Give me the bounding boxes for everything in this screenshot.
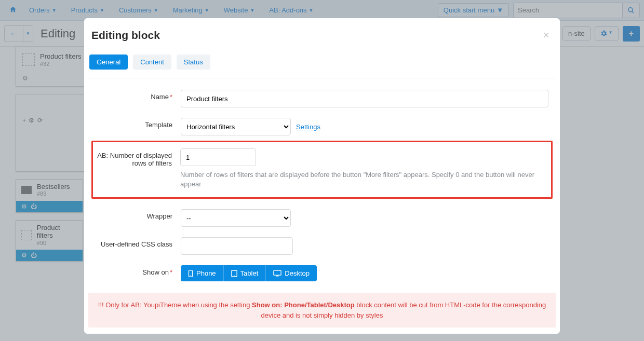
rows-input[interactable] (180, 148, 256, 166)
wrapper-select[interactable]: -- (181, 209, 291, 227)
highlighted-setting: AB: Number of displayed rows of filters … (91, 141, 553, 199)
showon-label: Show on (142, 268, 169, 276)
css-input[interactable] (181, 237, 293, 255)
modal-title: Editing block (91, 29, 160, 42)
modal-tabs: General Content Status (84, 49, 560, 78)
row-wrapper: Wrapper -- (89, 204, 555, 232)
editing-block-modal: Editing block × General Content Status N… (84, 18, 560, 334)
show-desktop-label: Desktop (285, 269, 310, 277)
template-settings-link[interactable]: Settings (296, 123, 320, 131)
tablet-icon (231, 270, 237, 277)
template-select[interactable]: Horizontal filters (181, 118, 291, 135)
tab-general[interactable]: General (89, 54, 128, 70)
show-on-buttons: Phone Tablet Desktop (181, 265, 552, 281)
show-tablet-button[interactable]: Tablet (223, 265, 266, 281)
show-phone-label: Phone (196, 269, 216, 277)
rows-label: AB: Number of displayed rows of filters (97, 152, 172, 167)
template-label: Template (145, 121, 172, 129)
wrapper-label: Wrapper (146, 212, 172, 220)
svg-rect-6 (274, 271, 281, 276)
notice-box: !!! Only for AB: YoupiTheme when using t… (88, 293, 556, 328)
modal-form: Name* Template Horizontal filters Settin… (84, 85, 560, 287)
phone-icon (188, 270, 193, 277)
row-show-on: Show on* Phone Tablet Desktop (89, 260, 555, 287)
row-css-class: User-defined CSS class (89, 232, 555, 260)
show-phone-button[interactable]: Phone (181, 265, 223, 281)
rows-help-text: Number of rows of filters that are displ… (180, 170, 544, 189)
css-label: User-defined CSS class (101, 240, 172, 248)
desktop-icon (273, 270, 281, 277)
tab-status[interactable]: Status (177, 54, 210, 70)
show-tablet-label: Tablet (240, 269, 259, 277)
required-marker: * (170, 93, 172, 101)
notice-pre: !!! Only for AB: YoupiTheme when using t… (98, 301, 252, 309)
row-name: Name* (89, 85, 555, 113)
name-input[interactable] (181, 90, 548, 107)
close-icon[interactable]: × (543, 29, 549, 42)
name-label: Name (151, 93, 169, 101)
tab-content[interactable]: Content (133, 54, 171, 70)
notice-bold: Show on: Phone/Tablet/Desktop (252, 301, 355, 309)
show-desktop-button[interactable]: Desktop (265, 265, 317, 281)
row-template: Template Horizontal filters Settings (89, 113, 555, 141)
required-marker: * (170, 268, 172, 276)
